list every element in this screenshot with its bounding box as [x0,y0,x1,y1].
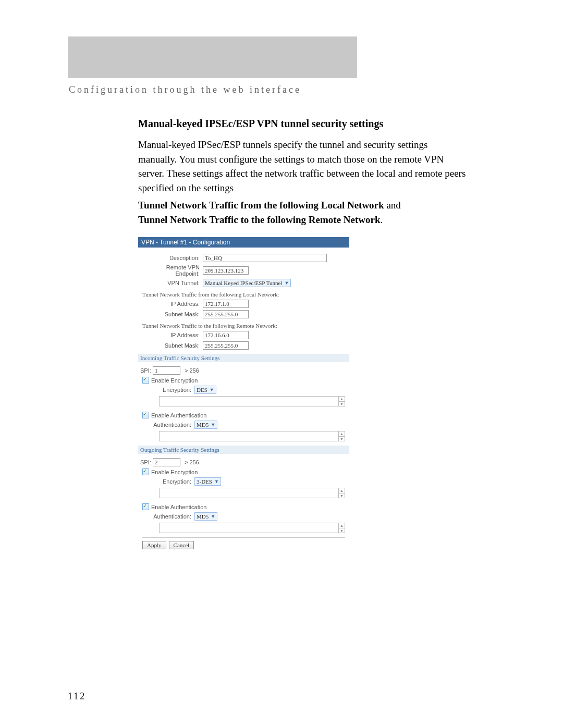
in-enable-auth-checkbox[interactable] [142,412,149,418]
section-paragraph: Manual-keyed IPSec/ESP tunnels specify t… [138,138,467,195]
in-spi-input[interactable]: 1 [153,366,180,375]
remote-ip-input[interactable]: 172.16.6.0 [203,331,249,339]
out-encryption-value: 3-DES [197,478,212,485]
in-enable-encryption-checkbox[interactable] [142,377,149,384]
spinner-down-icon[interactable]: ▼ [338,402,345,406]
section-heading: Manual-keyed IPSEc/ESP VPN tunnel securi… [138,116,467,131]
in-auth-key-input[interactable]: ▲▼ [159,431,345,441]
in-auth-select[interactable]: MD5▼ [194,421,217,429]
out-spi-hint: > 256 [185,459,199,465]
in-encryption-value: DES [197,387,207,393]
panel-title: VPN - Tunnel #1 - Configuration [138,237,349,248]
in-encryption-select[interactable]: DES▼ [194,386,216,394]
out-auth-label: Authentication: [152,513,194,520]
vpn-tunnel-select-value: Manual Keyed IPSec/ESP Tunnel [205,280,282,286]
remote-network-heading: Tunnel Network Traffic to the following … [142,323,345,329]
chevron-down-icon: ▼ [214,479,219,484]
description-label: Description: [142,255,203,261]
remote-endpoint-label: Remote VPN Endpoint: [142,264,203,277]
in-encryption-label: Encryption: [152,387,194,393]
remote-endpoint-input[interactable]: 209.123.123.123 [203,266,249,275]
out-enable-encryption-checkbox[interactable] [142,468,149,475]
local-mask-input[interactable]: 255.255.255.0 [203,310,249,318]
chevron-down-icon: ▼ [284,280,289,286]
incoming-section-header: Incoming Traffic Security Settings [138,354,349,362]
chevron-down-icon: ▼ [210,387,214,392]
section-bold-lines: Tunnel Network Traffic from the followin… [138,198,467,227]
bold-local: Tunnel Network Traffic from the followin… [138,200,384,211]
remote-mask-input[interactable]: 255.255.255.0 [203,341,249,350]
apply-button[interactable]: Apply [142,541,166,549]
spinner-down-icon[interactable]: ▼ [338,437,345,441]
chevron-down-icon: ▼ [211,422,215,427]
out-auth-key-input[interactable]: ▲▼ [159,523,345,533]
local-mask-label: Subnet Mask: [142,311,203,317]
chapter-title: Configuration through the web interface [69,84,503,95]
out-encryption-key-input[interactable]: ▲▼ [159,488,345,498]
spinner-up-icon[interactable]: ▲ [338,488,345,493]
out-spi-label: SPI: [140,459,153,465]
spinner-up-icon[interactable]: ▲ [338,397,345,402]
chevron-down-icon: ▼ [211,514,215,519]
in-auth-label: Authentication: [152,422,194,428]
out-enable-auth-checkbox[interactable] [142,503,149,510]
in-encryption-key-input[interactable]: ▲▼ [159,396,345,406]
spinner-up-icon[interactable]: ▲ [338,431,345,437]
and: and [384,200,401,211]
description-input[interactable]: To_HQ [203,254,327,262]
bold-remote: Tunnel Network Traffic to the following … [138,214,381,225]
local-ip-label: IP Address: [142,301,203,307]
out-auth-select[interactable]: MD5▼ [194,512,217,521]
in-auth-value: MD5 [197,422,209,428]
vpn-tunnel-select[interactable]: Manual Keyed IPSec/ESP Tunnel▼ [203,279,291,287]
vpn-config-panel: VPN - Tunnel #1 - Configuration Descript… [138,237,349,554]
spinner-up-icon[interactable]: ▲ [338,523,345,528]
page-number: 112 [68,691,86,702]
in-enable-auth-label: Enable Authentication [151,412,206,418]
out-spi-input[interactable]: 2 [153,458,180,466]
local-network-heading: Tunnel Network Traffic from the followin… [142,291,345,298]
in-spi-label: SPI: [140,367,153,374]
remote-mask-label: Subnet Mask: [142,342,203,349]
in-enable-encryption-label: Enable Encryption [151,377,198,384]
spinner-down-icon[interactable]: ▼ [338,528,345,533]
cancel-button[interactable]: Cancel [169,541,194,549]
out-encryption-select[interactable]: 3-DES▼ [194,477,221,486]
vpn-tunnel-label: VPN Tunnel: [142,280,203,286]
period: . [381,214,383,225]
remote-ip-label: IP Address: [142,332,203,338]
out-encryption-label: Encryption: [152,478,194,485]
local-ip-input[interactable]: 172.17.1.0 [203,300,249,308]
outgoing-section-header: Outgoing Traffic Security Settings [138,446,349,454]
header-band [68,36,357,78]
in-spi-hint: > 256 [185,367,199,374]
out-enable-encryption-label: Enable Encryption [151,469,198,475]
out-enable-auth-label: Enable Authentication [151,504,206,510]
spinner-down-icon[interactable]: ▼ [338,493,345,498]
out-auth-value: MD5 [197,513,209,520]
